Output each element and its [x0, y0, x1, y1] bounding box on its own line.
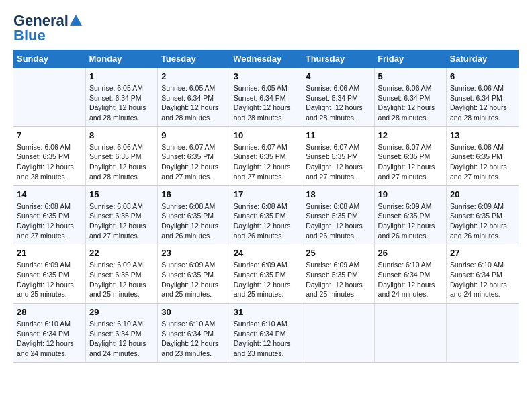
calendar-cell: 20Sunrise: 6:09 AM Sunset: 6:35 PM Dayli… [447, 185, 519, 244]
day-info: Sunrise: 6:06 AM Sunset: 6:34 PM Dayligh… [306, 83, 370, 123]
day-number: 30 [161, 307, 226, 317]
day-info: Sunrise: 6:07 AM Sunset: 6:35 PM Dayligh… [161, 142, 226, 182]
logo-general-text: General [13, 13, 69, 28]
calendar-week-row: 7Sunrise: 6:06 AM Sunset: 6:35 PM Daylig… [13, 126, 519, 185]
day-number: 4 [306, 71, 370, 81]
day-number: 24 [234, 248, 298, 258]
day-number: 19 [378, 189, 443, 199]
day-info: Sunrise: 6:09 AM Sunset: 6:35 PM Dayligh… [17, 260, 82, 300]
calendar-cell: 26Sunrise: 6:10 AM Sunset: 6:34 PM Dayli… [374, 244, 446, 304]
day-number: 28 [17, 307, 82, 317]
day-info: Sunrise: 6:09 AM Sunset: 6:35 PM Dayligh… [306, 260, 370, 300]
day-number: 14 [17, 189, 82, 199]
calendar-cell: 19Sunrise: 6:09 AM Sunset: 6:35 PM Dayli… [374, 185, 446, 244]
day-info: Sunrise: 6:08 AM Sunset: 6:35 PM Dayligh… [306, 201, 370, 241]
calendar-cell: 17Sunrise: 6:08 AM Sunset: 6:35 PM Dayli… [230, 185, 302, 244]
day-number: 25 [306, 248, 370, 258]
day-number: 6 [450, 71, 515, 81]
calendar-cell: 12Sunrise: 6:07 AM Sunset: 6:35 PM Dayli… [374, 126, 446, 185]
day-info: Sunrise: 6:06 AM Sunset: 6:34 PM Dayligh… [378, 83, 443, 123]
day-number: 13 [450, 130, 515, 140]
day-number: 31 [234, 307, 298, 317]
day-info: Sunrise: 6:06 AM Sunset: 6:35 PM Dayligh… [89, 142, 154, 182]
day-number: 11 [306, 130, 370, 140]
day-info: Sunrise: 6:07 AM Sunset: 6:35 PM Dayligh… [378, 142, 443, 182]
day-info: Sunrise: 6:06 AM Sunset: 6:34 PM Dayligh… [450, 83, 515, 123]
day-number: 2 [161, 71, 226, 81]
svg-marker-0 [70, 15, 82, 26]
day-number: 3 [234, 71, 298, 81]
day-info: Sunrise: 6:09 AM Sunset: 6:35 PM Dayligh… [234, 260, 298, 300]
calendar-week-row: 21Sunrise: 6:09 AM Sunset: 6:35 PM Dayli… [13, 244, 519, 304]
day-info: Sunrise: 6:05 AM Sunset: 6:34 PM Dayligh… [89, 83, 154, 123]
calendar-cell: 4Sunrise: 6:06 AM Sunset: 6:34 PM Daylig… [302, 68, 374, 126]
day-info: Sunrise: 6:05 AM Sunset: 6:34 PM Dayligh… [234, 83, 298, 123]
calendar-cell: 6Sunrise: 6:06 AM Sunset: 6:34 PM Daylig… [447, 68, 519, 126]
calendar-cell: 3Sunrise: 6:05 AM Sunset: 6:34 PM Daylig… [230, 68, 302, 126]
calendar-cell: 8Sunrise: 6:06 AM Sunset: 6:35 PM Daylig… [85, 126, 157, 185]
calendar-cell: 22Sunrise: 6:09 AM Sunset: 6:35 PM Dayli… [85, 244, 157, 304]
calendar-cell: 2Sunrise: 6:05 AM Sunset: 6:34 PM Daylig… [158, 68, 230, 126]
calendar-cell: 5Sunrise: 6:06 AM Sunset: 6:34 PM Daylig… [374, 68, 446, 126]
day-number: 17 [234, 189, 298, 199]
day-number: 26 [378, 248, 443, 258]
day-info: Sunrise: 6:10 AM Sunset: 6:34 PM Dayligh… [17, 319, 82, 359]
weekday-header-thursday: Thursday [302, 50, 374, 68]
calendar-cell [302, 304, 374, 363]
calendar-cell [374, 304, 446, 363]
day-info: Sunrise: 6:10 AM Sunset: 6:34 PM Dayligh… [450, 260, 515, 300]
day-info: Sunrise: 6:10 AM Sunset: 6:34 PM Dayligh… [161, 319, 226, 359]
day-info: Sunrise: 6:06 AM Sunset: 6:35 PM Dayligh… [17, 142, 82, 182]
calendar-table: SundayMondayTuesdayWednesdayThursdayFrid… [13, 50, 519, 363]
calendar-cell: 7Sunrise: 6:06 AM Sunset: 6:35 PM Daylig… [13, 126, 85, 185]
calendar-week-row: 28Sunrise: 6:10 AM Sunset: 6:34 PM Dayli… [13, 304, 519, 363]
calendar-week-row: 1Sunrise: 6:05 AM Sunset: 6:34 PM Daylig… [13, 68, 519, 126]
calendar-cell: 9Sunrise: 6:07 AM Sunset: 6:35 PM Daylig… [158, 126, 230, 185]
day-number: 7 [17, 130, 82, 140]
weekday-header-friday: Friday [374, 50, 446, 68]
calendar-cell [447, 304, 519, 363]
day-info: Sunrise: 6:08 AM Sunset: 6:35 PM Dayligh… [450, 142, 515, 182]
calendar-cell: 14Sunrise: 6:08 AM Sunset: 6:35 PM Dayli… [13, 185, 85, 244]
calendar-cell: 31Sunrise: 6:10 AM Sunset: 6:34 PM Dayli… [230, 304, 302, 363]
weekday-header-row: SundayMondayTuesdayWednesdayThursdayFrid… [13, 50, 519, 68]
day-info: Sunrise: 6:08 AM Sunset: 6:35 PM Dayligh… [17, 201, 82, 241]
day-info: Sunrise: 6:10 AM Sunset: 6:34 PM Dayligh… [234, 319, 298, 359]
day-number: 10 [234, 130, 298, 140]
logo: General Blue [13, 13, 82, 43]
calendar-cell: 15Sunrise: 6:08 AM Sunset: 6:35 PM Dayli… [85, 185, 157, 244]
weekday-header-saturday: Saturday [447, 50, 519, 68]
day-number: 29 [89, 307, 154, 317]
weekday-header-monday: Monday [85, 50, 157, 68]
day-info: Sunrise: 6:09 AM Sunset: 6:35 PM Dayligh… [89, 260, 154, 300]
day-info: Sunrise: 6:10 AM Sunset: 6:34 PM Dayligh… [89, 319, 154, 359]
day-number: 8 [89, 130, 154, 140]
day-info: Sunrise: 6:07 AM Sunset: 6:35 PM Dayligh… [234, 142, 298, 182]
weekday-header-wednesday: Wednesday [230, 50, 302, 68]
calendar-cell: 10Sunrise: 6:07 AM Sunset: 6:35 PM Dayli… [230, 126, 302, 185]
day-info: Sunrise: 6:10 AM Sunset: 6:34 PM Dayligh… [378, 260, 443, 300]
day-info: Sunrise: 6:07 AM Sunset: 6:35 PM Dayligh… [306, 142, 370, 182]
page-header: General Blue [13, 13, 519, 43]
calendar-cell: 18Sunrise: 6:08 AM Sunset: 6:35 PM Dayli… [302, 185, 374, 244]
calendar-cell: 16Sunrise: 6:08 AM Sunset: 6:35 PM Dayli… [158, 185, 230, 244]
day-number: 23 [161, 248, 226, 258]
day-info: Sunrise: 6:08 AM Sunset: 6:35 PM Dayligh… [161, 201, 226, 241]
day-info: Sunrise: 6:09 AM Sunset: 6:35 PM Dayligh… [161, 260, 226, 300]
day-info: Sunrise: 6:08 AM Sunset: 6:35 PM Dayligh… [89, 201, 154, 241]
calendar-cell: 23Sunrise: 6:09 AM Sunset: 6:35 PM Dayli… [158, 244, 230, 304]
day-number: 1 [89, 71, 154, 81]
calendar-cell: 25Sunrise: 6:09 AM Sunset: 6:35 PM Dayli… [302, 244, 374, 304]
day-number: 20 [450, 189, 515, 199]
day-number: 21 [17, 248, 82, 258]
day-number: 16 [161, 189, 226, 199]
day-number: 12 [378, 130, 443, 140]
weekday-header-sunday: Sunday [13, 50, 85, 68]
day-number: 22 [89, 248, 154, 258]
weekday-header-tuesday: Tuesday [158, 50, 230, 68]
calendar-cell: 1Sunrise: 6:05 AM Sunset: 6:34 PM Daylig… [85, 68, 157, 126]
day-info: Sunrise: 6:08 AM Sunset: 6:35 PM Dayligh… [234, 201, 298, 241]
calendar-cell: 13Sunrise: 6:08 AM Sunset: 6:35 PM Dayli… [447, 126, 519, 185]
calendar-cell: 21Sunrise: 6:09 AM Sunset: 6:35 PM Dayli… [13, 244, 85, 304]
calendar-cell: 30Sunrise: 6:10 AM Sunset: 6:34 PM Dayli… [158, 304, 230, 363]
